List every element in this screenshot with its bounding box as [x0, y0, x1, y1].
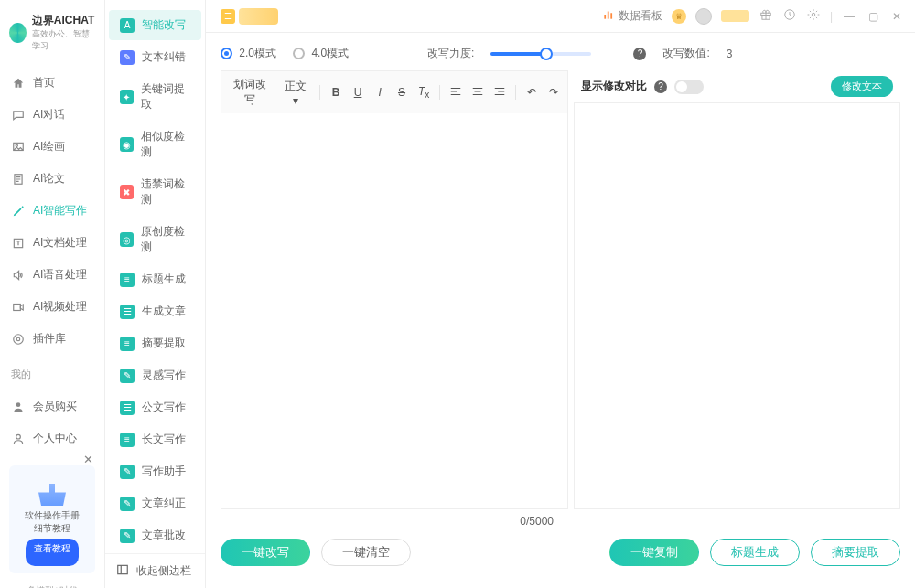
window-maximize[interactable]: ▢ [866, 10, 880, 23]
nav-mine: 会员购买 个人中心 [0, 385, 104, 460]
sub-item-4[interactable]: ✖违禁词检测 [109, 169, 201, 215]
sub-item-14[interactable]: ✎文章批改 [109, 520, 201, 551]
avatar[interactable] [695, 8, 712, 25]
topbar: ☰ 数据看板 ♕ | — [206, 0, 915, 33]
toolbar-function[interactable]: 划词改写 [229, 77, 272, 108]
svg-point-8 [16, 434, 21, 439]
sub-item-13[interactable]: ✎文章纠正 [109, 488, 201, 519]
sub-item-2[interactable]: ✦关键词提取 [109, 74, 201, 120]
sub-item-icon: ≡ [120, 433, 135, 447]
sub-item-label: 写作助手 [142, 464, 186, 479]
sub-item-5[interactable]: ◎原创度检测 [109, 217, 201, 262]
window-minimize[interactable]: — [842, 10, 856, 23]
svg-rect-10 [604, 15, 606, 19]
char-counter: 0/5000 [206, 509, 568, 528]
svg-point-7 [16, 402, 21, 407]
sub-item-icon: ≡ [120, 337, 135, 351]
sub-item-label: 生成文章 [142, 304, 186, 319]
strike-icon[interactable]: S [395, 86, 408, 99]
sub-item-label: 原创度检测 [141, 224, 190, 255]
promo-card[interactable]: ✕ 软件操作手册 细节教程 查看教程 [9, 465, 95, 573]
secondary-sidebar: A智能改写✎文本纠错✦关键词提取◉相似度检测✖违禁词检测◎原创度检测≡标题生成☰… [105, 0, 206, 588]
sub-item-8[interactable]: ≡摘要提取 [109, 328, 201, 358]
gift-icon[interactable] [759, 8, 773, 24]
toolbar-format-select[interactable]: 正文 ▾ [281, 79, 310, 107]
help-icon[interactable]: ? [654, 80, 667, 93]
primary-sidebar: 边界AICHAT 高效办公、智慧学习 首页 AI对话 AI绘画 [0, 0, 105, 588]
vip-badge[interactable]: ♕ [672, 9, 686, 24]
nav-profile[interactable]: 个人中心 [0, 422, 104, 454]
svg-rect-4 [14, 304, 21, 310]
extract-button[interactable]: 摘要提取 [811, 539, 900, 566]
compare-toggle[interactable] [674, 80, 704, 94]
strength-slider[interactable] [490, 52, 591, 56]
gen-title-button[interactable]: 标题生成 [710, 539, 800, 566]
sub-item-label: 文章纠正 [142, 496, 186, 511]
nav-video[interactable]: AI视频处理 [0, 291, 104, 323]
clear-format-icon[interactable]: Tx [417, 85, 430, 100]
sub-item-icon: ◉ [120, 137, 134, 152]
clear-button[interactable]: 一键清空 [321, 539, 411, 566]
editor-pane: 划词改写 正文 ▾ B U I S Tx [221, 70, 568, 509]
italic-icon[interactable]: I [373, 86, 386, 99]
collapse-sidebar[interactable]: 收起侧边栏 [105, 553, 205, 588]
help-icon[interactable]: ? [633, 48, 646, 60]
copy-button[interactable]: 一键复制 [609, 539, 699, 566]
pencil-icon [11, 205, 26, 218]
nav-audio[interactable]: AI语音处理 [0, 259, 104, 291]
mode-40-radio[interactable]: 4.0模式 [293, 46, 349, 61]
sub-item-7[interactable]: ☰生成文章 [109, 296, 201, 326]
result-canvas [574, 102, 900, 509]
sub-item-icon: ✦ [120, 90, 134, 104]
nav-paint[interactable]: AI绘画 [0, 131, 104, 163]
align-right-icon[interactable] [493, 85, 506, 101]
close-icon[interactable]: ✕ [83, 453, 93, 466]
breadcrumb[interactable]: ☰ [217, 6, 282, 27]
redo-icon[interactable]: ↷ [547, 86, 560, 99]
sub-item-0[interactable]: A智能改写 [109, 10, 201, 40]
sub-item-10[interactable]: ☰公文写作 [109, 392, 201, 422]
mode-20-radio[interactable]: 2.0模式 [221, 46, 276, 61]
align-left-icon[interactable] [449, 85, 462, 101]
align-center-icon[interactable] [471, 85, 484, 101]
sub-item-icon: A [120, 18, 135, 33]
nav-paper[interactable]: AI论文 [0, 163, 104, 195]
sub-item-icon: ✎ [120, 50, 135, 65]
sub-item-label: 智能改写 [142, 17, 186, 33]
doc-icon [11, 173, 26, 186]
undo-icon[interactable]: ↶ [525, 86, 538, 99]
sub-item-label: 关键词提取 [141, 81, 190, 112]
sub-item-6[interactable]: ≡标题生成 [109, 264, 201, 294]
sub-item-icon: ☰ [120, 305, 135, 319]
modify-text-button[interactable]: 修改文本 [831, 76, 893, 97]
settings-icon[interactable] [806, 8, 821, 24]
nav-writing[interactable]: AI智能写作 [0, 195, 104, 227]
promo-button[interactable]: 查看教程 [26, 539, 79, 566]
underline-icon[interactable]: U [351, 86, 364, 99]
text-icon [11, 237, 26, 250]
nav-membership[interactable]: 会员购买 [0, 390, 104, 422]
chat-icon [11, 109, 26, 122]
svg-point-16 [812, 13, 815, 16]
sub-item-12[interactable]: ✎写作助手 [109, 456, 201, 486]
nav-home[interactable]: 首页 [0, 67, 104, 99]
sub-item-icon: ✖ [120, 185, 134, 199]
nav-plugins[interactable]: 插件库 [0, 323, 104, 355]
nav-docproc[interactable]: AI文档处理 [0, 227, 104, 259]
dashboard-link[interactable]: 数据看板 [602, 8, 662, 24]
sub-item-1[interactable]: ✎文本纠错 [109, 42, 201, 72]
bold-icon[interactable]: B [329, 86, 342, 99]
nav-chat[interactable]: AI对话 [0, 99, 104, 131]
sub-item-3[interactable]: ◉相似度检测 [109, 122, 201, 167]
sub-item-11[interactable]: ≡长文写作 [109, 424, 201, 454]
rewrite-button[interactable]: 一键改写 [221, 539, 310, 566]
rewrite-count-value: 3 [727, 48, 733, 60]
sub-item-icon: ✎ [120, 497, 135, 511]
promo-icon [38, 484, 66, 506]
clock-icon[interactable] [782, 8, 797, 24]
result-pane: 显示修改对比 ? 修改文本 [574, 70, 900, 509]
window-close[interactable]: ✕ [889, 10, 904, 23]
sub-item-9[interactable]: ✎灵感写作 [109, 360, 201, 390]
sub-item-icon: ✎ [120, 529, 135, 543]
text-editor[interactable] [221, 113, 568, 509]
